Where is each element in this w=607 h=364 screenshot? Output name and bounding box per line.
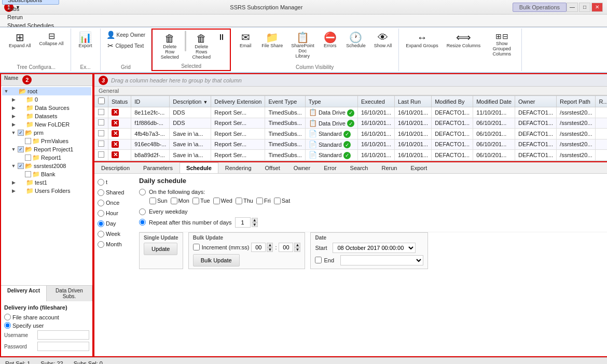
table-row[interactable]: ✕4fb4b7a3-...Save in \a...Report Ser...T…: [95, 129, 608, 139]
tree-expand-ssrstest2008[interactable]: ▼: [10, 163, 17, 169]
tree-item-prmvalues[interactable]: 📁PrmValues: [2, 137, 91, 145]
bulk-ops-button[interactable]: Bulk Operations: [513, 3, 567, 12]
tree-expand-report-project1[interactable]: ▼: [10, 146, 17, 152]
delete-rows-checked-button[interactable]: 🗑 Delete Rows Checked: [187, 31, 215, 62]
show-grouped-cols-button[interactable]: ⊞⊟ Show Grouped Columns: [485, 30, 518, 59]
email-button[interactable]: ✉ Email: [234, 30, 257, 51]
day-checkbox-wed[interactable]: [213, 198, 220, 204]
ss-down[interactable]: ▼: [294, 247, 300, 252]
row-checkbox-2[interactable]: [98, 130, 104, 136]
tree-area[interactable]: ▼📂root▶📁0▶📁Data Sources▶📁Datasets▶📁New F…: [1, 86, 92, 285]
day-checkbox-mon[interactable]: [171, 198, 177, 204]
col-event-type[interactable]: Event Type: [265, 96, 305, 107]
row-checkbox-3[interactable]: [98, 141, 104, 147]
day-checkbox-thu[interactable]: [236, 198, 242, 204]
col-id[interactable]: ID: [131, 96, 170, 107]
following-days-radio[interactable]: [139, 189, 146, 195]
schedule-tab-rendering[interactable]: Rendering: [218, 162, 258, 173]
col-report-path[interactable]: Report Path: [557, 96, 596, 107]
errors-button[interactable]: ⛔ Errors: [319, 30, 341, 51]
schedule-tab-schedule[interactable]: Schedule: [180, 162, 218, 173]
tree-item-report-project1[interactable]: ▼✓📂Report Project1: [2, 145, 91, 153]
col-owner[interactable]: Owner: [515, 96, 557, 107]
cell-checkbox-3[interactable]: [95, 139, 108, 150]
day-checkbox-fri[interactable]: [256, 198, 263, 204]
export-button[interactable]: 📊 Export: [74, 30, 97, 51]
expand-all-button[interactable]: ⊞ Expand All: [5, 30, 35, 51]
ss-up[interactable]: ▲: [294, 243, 300, 247]
tree-item-data-sources[interactable]: ▶📁Data Sources: [2, 104, 91, 112]
schedule-radio-opt-hour[interactable]: [98, 210, 104, 217]
tree-checkbox-ssrstest2008[interactable]: ✓: [18, 163, 24, 169]
start-date-select[interactable]: 08 October 2017 00:00:00: [333, 243, 416, 253]
schedule-radio-opt-week[interactable]: [98, 231, 104, 237]
table-row[interactable]: ✕8e11e2fc-...DDSReport Ser...TimedSubs..…: [95, 107, 608, 118]
tree-item-0[interactable]: ▶📁0: [2, 95, 91, 104]
resize-columns-button[interactable]: ⟺ Resize Columns: [443, 30, 485, 51]
repeat-spin-up[interactable]: ▲: [252, 218, 258, 222]
grid-container[interactable]: Status ID Description ▼ Delivery Extensi…: [94, 95, 607, 161]
schedule-tab-parameters[interactable]: Parameters: [136, 162, 180, 173]
col-modified-date[interactable]: Modified Date: [473, 96, 515, 107]
menu-item-jobs[interactable]: Jobs: [2, 5, 59, 13]
file-share-button[interactable]: 📁 File Share: [258, 30, 286, 51]
delete-row-button[interactable]: 🗑 Delete Row Selected: [156, 31, 184, 62]
update-button[interactable]: Update: [144, 243, 177, 255]
row-checkbox-0[interactable]: [98, 109, 104, 115]
tree-item-root[interactable]: ▼📂root: [2, 87, 91, 95]
maximize-button[interactable]: □: [579, 3, 590, 12]
mm-down[interactable]: ▼: [267, 247, 273, 252]
tab-data-driven[interactable]: Data Driven Subs.: [47, 286, 92, 301]
day-checkbox-sat[interactable]: [274, 198, 281, 204]
schedule-tab-description[interactable]: Description: [94, 162, 136, 173]
every-weekday-radio[interactable]: [139, 208, 146, 215]
tree-item-datasets[interactable]: ▶📁Datasets: [2, 112, 91, 120]
tree-expand-users-folders[interactable]: ▶: [10, 188, 17, 194]
menu-item-subscriptions[interactable]: Subscriptions: [2, 0, 59, 5]
schedule-radio-opt-once[interactable]: [98, 200, 104, 206]
schedule-tab-rerun[interactable]: Rerun: [375, 162, 404, 173]
tree-checkbox-blank[interactable]: [25, 171, 31, 177]
end-date-select[interactable]: [340, 255, 423, 265]
cell-checkbox-4[interactable]: [95, 150, 108, 161]
schedule-radio-opt-t[interactable]: [98, 179, 104, 186]
tree-item-report1[interactable]: 📁Report1: [2, 153, 91, 162]
tree-expand-new-folder[interactable]: ▶: [10, 121, 17, 128]
collapse-all-button[interactable]: ⊟ Collapse All: [36, 30, 67, 49]
clipped-text-button[interactable]: ✂ Clipped Text: [104, 40, 148, 51]
expand-groups-button[interactable]: ↔ Expand Groups: [402, 30, 442, 51]
repeat-radio[interactable]: [139, 219, 146, 226]
tree-item-users-folders[interactable]: ▶📁Users Folders: [2, 187, 91, 195]
repeat-spin-down[interactable]: ▼: [252, 222, 258, 227]
bulk-update-button[interactable]: Bulk Update: [193, 254, 240, 267]
schedule-button[interactable]: 🕐 Schedule: [342, 30, 369, 51]
col-last-run[interactable]: Last Run: [395, 96, 432, 107]
schedule-radio-opt-day[interactable]: [98, 220, 104, 227]
tree-expand-prmvalues[interactable]: [18, 138, 24, 144]
tree-expand-data-sources[interactable]: ▶: [10, 105, 17, 111]
tree-checkbox-prm[interactable]: ✓: [18, 130, 24, 136]
col-executed[interactable]: Executed: [357, 96, 394, 107]
schedule-tab-error[interactable]: Error: [317, 162, 343, 173]
tree-checkbox-report1[interactable]: [25, 155, 31, 161]
col-delivery[interactable]: Delivery Extension: [211, 96, 265, 107]
tree-expand-0[interactable]: ▶: [10, 96, 17, 103]
keep-owner-button[interactable]: 👤 Keep Owner: [104, 30, 148, 40]
tree-expand-test1[interactable]: ▶: [10, 179, 17, 186]
tree-checkbox-prmvalues[interactable]: [25, 138, 31, 144]
row-checkbox-1[interactable]: [98, 119, 104, 125]
sharepoint-button[interactable]: 📋 SharePoint Doc Library: [287, 30, 318, 61]
tree-checkbox-report-project1[interactable]: ✓: [18, 146, 24, 152]
mm-input[interactable]: [251, 243, 266, 252]
col-description[interactable]: Description ▼: [170, 96, 211, 107]
end-checkbox[interactable]: [315, 257, 322, 263]
schedule-tab-search[interactable]: Search: [343, 162, 375, 173]
schedule-tab-offset[interactable]: Offset: [258, 162, 287, 173]
minimize-button[interactable]: —: [567, 3, 578, 12]
close-button[interactable]: ✕: [591, 3, 603, 12]
schedule-radio-opt-shared[interactable]: [98, 189, 104, 196]
col-type[interactable]: Type: [305, 96, 357, 107]
col-modified-by[interactable]: Modified By: [432, 96, 473, 107]
tree-item-blank[interactable]: 📁Blank: [2, 170, 91, 178]
schedule-tab-owner[interactable]: Owner: [287, 162, 317, 173]
